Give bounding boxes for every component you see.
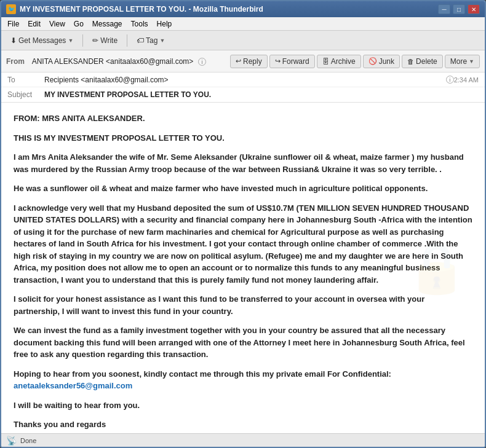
delete-label: Delete (416, 57, 437, 66)
email-body: 🔒 FROM: MRS ANITA ALEKSANDER. THIS IS MY… (1, 103, 485, 433)
menu-view[interactable]: View (46, 19, 69, 29)
junk-icon: 🚫 (368, 57, 377, 65)
email-para1: I am Mrs Anita Aleksander the wife of Mr… (14, 151, 472, 175)
forward-label: Forward (282, 57, 309, 66)
junk-button[interactable]: 🚫 Junk (363, 55, 400, 68)
more-button[interactable]: More ▼ (445, 55, 480, 68)
window-title: MY INVESTMENT PROPOSAL LETTER TO YOU. - … (20, 5, 263, 14)
junk-label: Junk (379, 57, 394, 66)
archive-label: Archive (331, 57, 356, 66)
get-messages-label: Get Messages (18, 36, 66, 45)
menu-help[interactable]: Help (153, 19, 176, 29)
reply-label: Reply (243, 57, 262, 66)
archive-button[interactable]: 🗄 Archive (317, 55, 361, 68)
tag-button[interactable]: 🏷 Tag ▼ (131, 34, 170, 47)
email-time: 2:34 AM (454, 76, 479, 84)
get-messages-button[interactable]: ⬇ Get Messages ▼ (5, 34, 79, 47)
email-link[interactable]: anetaaleksander56@gmail.com (14, 381, 132, 390)
from-value: ANITA ALEKSANDER <anitaalax60@gmail.com> (32, 57, 194, 66)
email-para6: Hoping to hear from you soonest, kindly … (14, 368, 472, 392)
email-para6-prefix: Hoping to hear from you soonest, kindly … (14, 369, 391, 379)
archive-icon: 🗄 (322, 58, 329, 65)
email-header: To Recipients <anitaalax60@gmail.com> i … (1, 73, 485, 103)
subject-label: Subject (7, 90, 44, 99)
status-text: Done (20, 437, 36, 444)
thunderbird-window: 🐦 MY INVESTMENT PROPOSAL LETTER TO YOU. … (0, 0, 486, 448)
email-sign1: Thanks you and regards (14, 419, 472, 431)
status-bar: 📡 Done (1, 433, 485, 447)
subject-value: MY INVESTMENT PROPOSAL LETTER TO YOU. (44, 90, 479, 99)
tag-arrow: ▼ (159, 37, 165, 44)
toolbar-separator-2 (127, 34, 127, 47)
menu-go[interactable]: Go (70, 19, 87, 29)
toolbar: ⬇ Get Messages ▼ ✏ Write 🏷 Tag ▼ (1, 31, 485, 50)
title-bar: 🐦 MY INVESTMENT PROPOSAL LETTER TO YOU. … (1, 1, 485, 17)
minimize-button[interactable]: ─ (438, 4, 450, 14)
to-row: To Recipients <anitaalax60@gmail.com> i … (1, 73, 485, 87)
from-label: From (6, 57, 25, 66)
get-messages-icon: ⬇ (10, 36, 17, 45)
maximize-button[interactable]: □ (453, 4, 465, 14)
forward-icon: ↪ (275, 57, 281, 65)
email-para3: I acknowledge very well that my Husband … (14, 202, 472, 286)
get-messages-arrow: ▼ (68, 37, 73, 44)
status-icon: 📡 (6, 436, 17, 446)
title-bar-left: 🐦 MY INVESTMENT PROPOSAL LETTER TO YOU. … (6, 4, 263, 14)
app-icon: 🐦 (6, 4, 16, 14)
write-button[interactable]: ✏ Write (87, 34, 123, 47)
menu-file[interactable]: File (4, 19, 23, 29)
more-label: More (450, 57, 467, 66)
menu-bar: File Edit View Go Message Tools Help (1, 17, 485, 31)
email-from-line: FROM: MRS ANITA ALEKSANDER. (14, 112, 472, 125)
action-buttons: ↩ Reply ↪ Forward 🗄 Archive 🚫 Junk 🗑 Del… (230, 55, 480, 68)
reply-icon: ↩ (236, 57, 241, 65)
reply-button[interactable]: ↩ Reply (230, 55, 268, 68)
from-area: From ANITA ALEKSANDER <anitaalax60@gmail… (6, 57, 206, 66)
write-label: Write (100, 36, 118, 45)
write-icon: ✏ (92, 36, 98, 45)
email-para4: I solicit for your honest assistance as … (14, 293, 472, 317)
toolbar-separator-1 (82, 34, 83, 47)
delete-button[interactable]: 🗑 Delete (402, 55, 443, 68)
title-bar-controls: ─ □ ✕ (438, 4, 480, 14)
menu-edit[interactable]: Edit (24, 19, 44, 29)
email-para7: I will be waiting to hear from you. (14, 399, 472, 412)
action-bar: From ANITA ALEKSANDER <anitaalax60@gmail… (1, 50, 485, 73)
menu-message[interactable]: Message (89, 19, 126, 29)
from-info-icon[interactable]: i (198, 58, 206, 66)
tag-label: Tag (146, 36, 157, 45)
delete-icon: 🗑 (407, 58, 414, 65)
email-para2: He was a sunflower oil & wheat and maize… (14, 183, 472, 195)
more-arrow: ▼ (469, 58, 474, 65)
to-info-icon[interactable]: i (446, 76, 454, 84)
tag-icon: 🏷 (137, 36, 144, 45)
forward-button[interactable]: ↪ Forward (269, 55, 315, 68)
to-label: To (7, 76, 44, 84)
email-para5: We can invest the fund as a family inves… (14, 324, 472, 361)
close-button[interactable]: ✕ (468, 4, 480, 14)
menu-tools[interactable]: Tools (127, 19, 152, 29)
to-value: Recipients <anitaalax60@gmail.com> (44, 76, 444, 84)
email-subject-line: THIS IS MY INVESTMENT PROPOSAL LETTER TO… (14, 132, 472, 144)
subject-row: Subject MY INVESTMENT PROPOSAL LETTER TO… (1, 87, 485, 102)
